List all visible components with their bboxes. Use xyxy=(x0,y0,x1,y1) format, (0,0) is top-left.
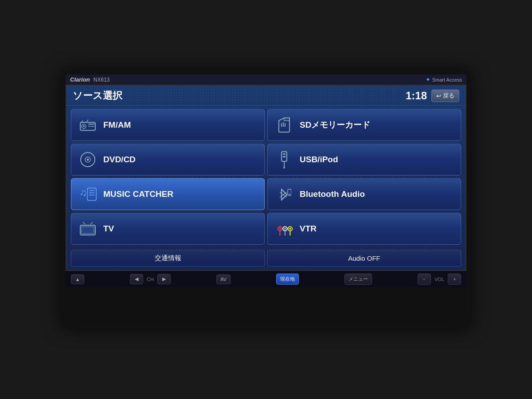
svg-rect-14 xyxy=(283,153,286,155)
sd-label: SDメモリーカード xyxy=(300,119,370,131)
svg-point-32 xyxy=(279,228,281,230)
music-label: MUSIC CATCHER xyxy=(103,189,173,199)
forward-hw-button[interactable]: ▶ xyxy=(157,274,171,284)
svg-point-35 xyxy=(284,228,286,230)
radio-icon xyxy=(78,116,97,134)
svg-rect-27 xyxy=(82,227,94,234)
bt-button[interactable]: Bluetooth Audio xyxy=(267,178,461,210)
tv-label: TV xyxy=(103,224,114,234)
tv-button[interactable]: TV xyxy=(71,213,265,245)
svg-line-30 xyxy=(90,222,93,224)
svg-rect-15 xyxy=(283,156,286,157)
fmam-label: FM/AM xyxy=(103,120,131,130)
vol-plus-button[interactable]: ＋ xyxy=(448,274,461,285)
disc-icon xyxy=(78,150,97,169)
dvdcd-button[interactable]: DVD/CD xyxy=(71,144,265,176)
back-label: 戻る xyxy=(443,92,454,100)
vtr-icon xyxy=(275,219,293,238)
svg-point-12 xyxy=(87,159,89,161)
traffic-button[interactable]: 交通情報 xyxy=(71,250,265,266)
music-button[interactable]: ♫ MUSIC CATCHER xyxy=(71,178,265,210)
back-hw-button[interactable]: ◀ xyxy=(130,274,143,284)
smart-access-label: Smart Access xyxy=(432,77,462,82)
tv-icon xyxy=(78,219,97,238)
time-display: 1:18 xyxy=(406,90,427,102)
svg-point-38 xyxy=(289,228,291,230)
eject-button[interactable]: ▲ xyxy=(71,274,84,284)
ch-label: CH xyxy=(145,277,156,282)
model-name: NX613 xyxy=(94,77,110,83)
audio-off-button[interactable]: Audio OFF xyxy=(267,250,461,266)
vol-label: VOL xyxy=(433,277,446,282)
dvdcd-label: DVD/CD xyxy=(103,155,136,164)
location-button[interactable]: 現在地 xyxy=(276,274,299,285)
footer-buttons: 交通情報 Audio OFF xyxy=(66,248,466,270)
screen-header: ソース選択 1:18 ↩ 戻る xyxy=(66,86,466,106)
bt-label: Bluetooth Audio xyxy=(300,189,365,199)
vtr-button[interactable]: VTR xyxy=(267,213,461,245)
music-icon: ♫ xyxy=(78,185,97,203)
menu-hw-button[interactable]: メニュー xyxy=(344,274,372,285)
screen: ソース選択 1:18 ↩ 戻る xyxy=(66,85,466,271)
top-bar: Clarion NX613 ✦ Smart Access xyxy=(66,74,466,85)
svg-point-2 xyxy=(83,125,85,127)
vol-minus-button[interactable]: － xyxy=(418,274,431,285)
svg-rect-24 xyxy=(288,189,291,196)
svg-rect-18 xyxy=(87,188,96,200)
device-unit: Clarion NX613 ✦ Smart Access ソース選択 1:18 … xyxy=(62,71,470,328)
back-arrow-icon: ↩ xyxy=(436,93,441,99)
source-grid: FM/AM SDメモリーカード xyxy=(66,106,466,248)
hardware-controls: ▲ ◀ CH ▶ AV 現在地 メニュー － VOL ＋ xyxy=(66,271,466,287)
vtr-label: VTR xyxy=(300,224,317,234)
back-button[interactable]: ↩ 戻る xyxy=(431,90,459,102)
av-button[interactable]: AV xyxy=(216,274,231,284)
svg-text:♫: ♫ xyxy=(79,187,87,198)
svg-line-29 xyxy=(83,222,85,224)
sd-icon xyxy=(275,116,293,134)
usb-icon xyxy=(275,150,293,169)
brand-name: Clarion xyxy=(70,76,90,83)
bluetooth-icon xyxy=(275,185,293,203)
usb-label: USB/iPod xyxy=(300,155,338,164)
sd-button[interactable]: SDメモリーカード xyxy=(267,109,461,141)
traffic-label: 交通情報 xyxy=(155,254,181,262)
svg-point-16 xyxy=(283,167,285,168)
screen-title: ソース選択 xyxy=(73,89,122,102)
fmam-button[interactable]: FM/AM xyxy=(71,109,265,141)
usb-button[interactable]: USB/iPod xyxy=(267,144,461,176)
audio-off-label: Audio OFF xyxy=(348,254,380,262)
smart-access-icon: ✦ xyxy=(426,76,430,83)
